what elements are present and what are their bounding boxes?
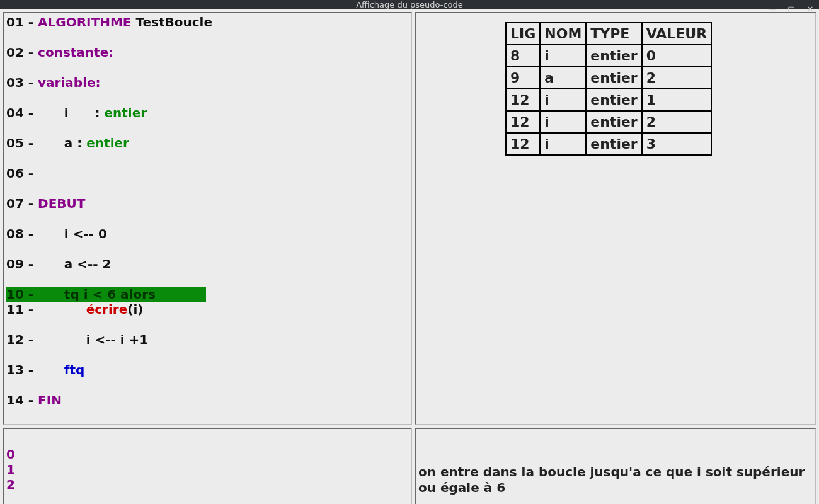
line-number: 02 - xyxy=(6,45,38,60)
code-line[interactable]: 09 - a <-- 2 xyxy=(6,256,408,272)
table-cell: 1 xyxy=(642,89,711,111)
table-cell: entier xyxy=(586,89,641,111)
client-area: 01 - ALGORITHME TestBoucle 02 - constant… xyxy=(0,9,819,504)
table-cell: 12 xyxy=(506,111,540,133)
table-cell: i xyxy=(540,45,586,67)
code-token: tq xyxy=(64,287,79,302)
table-cell: i xyxy=(540,89,586,111)
code-line[interactable]: 11 - écrire(i) xyxy=(6,302,408,317)
code-line[interactable]: 13 - ftq xyxy=(6,362,408,377)
table-cell: 2 xyxy=(642,67,711,89)
table-cell: 2 xyxy=(642,111,711,133)
table-header-cell: NOM xyxy=(540,23,586,45)
code-token xyxy=(38,302,86,317)
table-cell: 12 xyxy=(506,133,540,155)
code-panel[interactable]: 01 - ALGORITHME TestBoucle 02 - constant… xyxy=(3,12,412,425)
table-cell: 0 xyxy=(642,45,711,67)
table-row: 12ientier1 xyxy=(506,89,711,111)
table-header-cell: VALEUR xyxy=(642,23,711,45)
code-token: i < 6 alors xyxy=(79,287,156,302)
table-cell: i xyxy=(540,133,586,155)
code-token: écrire xyxy=(86,302,128,317)
code-token: DEBUT xyxy=(38,196,85,211)
code-token: entier xyxy=(104,105,147,120)
table-cell: i xyxy=(540,111,586,133)
table-cell: 9 xyxy=(506,67,540,89)
table-cell: 3 xyxy=(642,133,711,155)
code-token: (i) xyxy=(127,302,143,317)
code-line[interactable]: 14 - FIN xyxy=(6,392,408,408)
window-title: Affichage du pseudo-code xyxy=(356,0,463,9)
code-token: i : xyxy=(38,105,104,120)
table-cell: entier xyxy=(586,45,641,67)
table-cell: 8 xyxy=(506,45,540,67)
code-line[interactable]: 07 - DEBUT xyxy=(6,196,408,211)
output-line: 1 xyxy=(6,462,408,477)
line-number: 06 - xyxy=(6,166,38,181)
code-token: i <-- i +1 xyxy=(38,332,148,347)
table-header-cell: TYPE xyxy=(586,23,641,45)
line-number: 07 - xyxy=(6,196,38,211)
line-number: 08 - xyxy=(6,226,38,241)
trace-table: LIGNOMTYPEVALEUR8ientier09aentier212ient… xyxy=(505,22,712,156)
line-number: 09 - xyxy=(6,256,38,272)
code-line[interactable]: 12 - i <-- i +1 xyxy=(6,332,408,347)
trace-panel[interactable]: LIGNOMTYPEVALEUR8ientier09aentier212ient… xyxy=(415,12,816,425)
table-row: 12ientier3 xyxy=(506,133,711,155)
output-panel[interactable]: 012 xyxy=(3,428,412,504)
comment-text: on entre dans la boucle jusqu'a ce que i… xyxy=(418,464,810,496)
line-number: 12 - xyxy=(6,332,38,347)
code-line[interactable]: 05 - a : entier xyxy=(6,135,408,151)
line-number: 13 - xyxy=(6,362,38,377)
code-token: i <-- 0 xyxy=(38,226,107,241)
table-header-cell: LIG xyxy=(506,23,540,45)
table-header-row: LIGNOMTYPEVALEUR xyxy=(506,23,711,45)
table-row: 9aentier2 xyxy=(506,67,711,89)
code-token xyxy=(38,287,64,302)
code-line[interactable]: 08 - i <-- 0 xyxy=(6,226,408,241)
line-number: 04 - xyxy=(6,105,38,120)
line-number: 11 - xyxy=(6,302,38,317)
line-number: 03 - xyxy=(6,75,38,90)
code-token: entier xyxy=(86,135,129,151)
code-line[interactable]: 01 - ALGORITHME TestBoucle xyxy=(6,14,408,30)
code-token: ALGORITHME xyxy=(38,14,131,30)
table-cell: entier xyxy=(586,111,641,133)
code-token: ftq xyxy=(64,362,85,377)
line-number: 10 - xyxy=(6,287,38,302)
output-line: 2 xyxy=(6,477,408,492)
line-number: 05 - xyxy=(6,135,38,151)
app-window: Affichage du pseudo-code — ▢ ✕ 01 - ALGO… xyxy=(0,0,819,504)
table-cell: entier xyxy=(586,133,641,155)
table-cell: entier xyxy=(586,67,641,89)
table-cell: 12 xyxy=(506,89,540,111)
code-token: FIN xyxy=(38,392,62,408)
code-token xyxy=(38,362,64,377)
output-line: 0 xyxy=(6,447,408,462)
table-cell: a xyxy=(540,67,586,89)
code-line[interactable]: 06 - xyxy=(6,166,408,181)
code-token: constante: xyxy=(38,45,113,60)
titlebar[interactable]: Affichage du pseudo-code — ▢ ✕ xyxy=(0,0,819,9)
line-number: 01 - xyxy=(6,14,38,30)
table-row: 8ientier0 xyxy=(506,45,711,67)
code-token: variable: xyxy=(38,75,100,90)
comment-panel[interactable]: on entre dans la boucle jusqu'a ce que i… xyxy=(415,428,816,504)
code-token: a : xyxy=(38,135,86,151)
code-token: a <-- 2 xyxy=(38,256,111,272)
code-line[interactable]: 03 - variable: xyxy=(6,75,408,90)
line-number: 14 - xyxy=(6,392,38,408)
table-row: 12ientier2 xyxy=(506,111,711,133)
code-line[interactable]: 02 - constante: xyxy=(6,45,408,60)
code-token: TestBoucle xyxy=(132,14,212,30)
code-line[interactable]: 10 - tq i < 6 alors xyxy=(6,287,206,302)
code-line[interactable]: 04 - i : entier xyxy=(6,105,408,120)
